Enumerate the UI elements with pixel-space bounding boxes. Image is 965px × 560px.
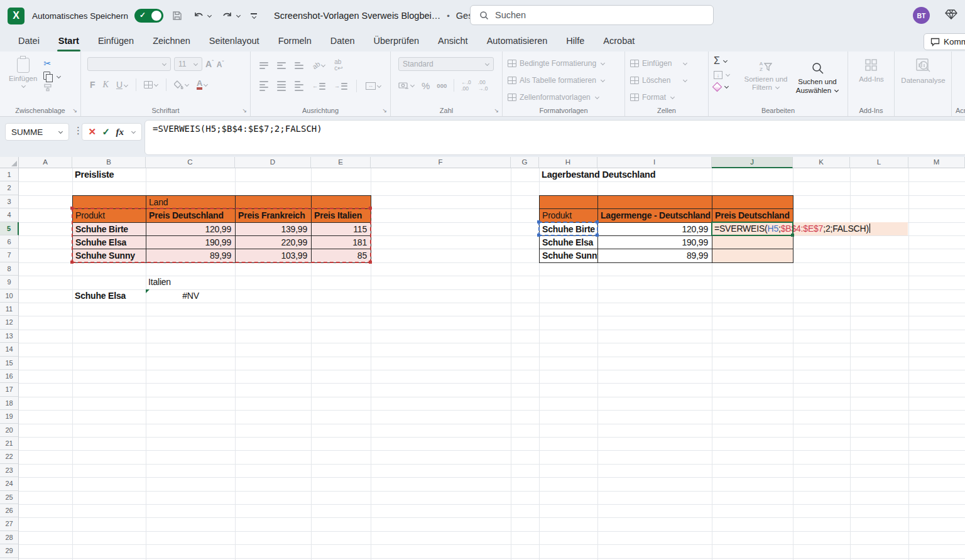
cell-H1[interactable]: Lagerbestand Deutschland <box>539 168 658 182</box>
format-cells-button[interactable]: Format <box>625 90 708 104</box>
row-header-1[interactable]: 1 <box>0 168 19 181</box>
cell-B10[interactable]: Schuhe Elsa <box>72 289 128 303</box>
redo-button[interactable] <box>220 9 243 22</box>
paste-button[interactable]: Einfügen <box>9 58 37 92</box>
row-header-30[interactable]: 30 <box>0 558 19 560</box>
column-header-M[interactable]: M <box>908 157 965 168</box>
percent-icon[interactable]: % <box>422 80 430 91</box>
row-header-5[interactable]: 5 <box>0 222 19 235</box>
tab-datei[interactable]: Datei <box>9 31 49 51</box>
cell-E4[interactable]: Preis Italien <box>311 208 371 222</box>
undo-button[interactable] <box>191 9 214 22</box>
increase-font-icon[interactable]: Aˆ <box>205 59 214 69</box>
row-header-16[interactable]: 16 <box>0 370 19 383</box>
cell-D7[interactable]: 103,99 <box>235 249 312 262</box>
tab-automatisieren[interactable]: Automatisieren <box>477 31 557 51</box>
cancel-icon[interactable]: ✕ <box>88 126 96 137</box>
cell-C3[interactable]: Land <box>146 195 236 209</box>
row-header-7[interactable]: 7 <box>0 249 19 262</box>
cell-B5[interactable]: Schuhe Birte <box>72 222 146 236</box>
column-header-A[interactable]: A <box>19 157 72 168</box>
italic-button[interactable]: K <box>103 80 109 90</box>
cell-C9[interactable]: Italien <box>146 276 173 289</box>
cell-B6[interactable]: Schuhe Elsa <box>72 235 146 249</box>
cell-E5[interactable]: 115 <box>311 222 371 236</box>
cell-I6[interactable]: 190,99 <box>597 235 712 249</box>
sort-filter-button[interactable]: AZ Sortieren und Filtern <box>740 55 792 95</box>
cell-D3[interactable] <box>235 195 312 209</box>
copy-icon[interactable] <box>43 72 50 80</box>
excel-logo-icon[interactable]: X <box>8 8 25 24</box>
row-header-28[interactable]: 28 <box>0 531 19 544</box>
active-cell-fill-handle[interactable] <box>791 234 794 237</box>
align-bottom-icon[interactable] <box>295 62 303 69</box>
cell-J3[interactable] <box>712 195 793 209</box>
insert-cells-button[interactable]: Einfügen <box>625 57 708 70</box>
row-header-11[interactable]: 11 <box>0 303 19 316</box>
align-middle-icon[interactable] <box>277 62 286 69</box>
cell-E7[interactable]: 85 <box>311 249 371 262</box>
cell-D6[interactable]: 220,99 <box>235 235 312 249</box>
document-title[interactable]: Screenshot-Vorlagen Sverweis Blogbei… <box>274 11 440 21</box>
conditional-formatting-button[interactable]: Bedingte Formatierung <box>503 57 624 70</box>
cell-E6[interactable]: 181 <box>311 235 371 249</box>
name-box[interactable]: SUMME <box>5 123 69 141</box>
cell-H7[interactable]: Schuhe Sunny <box>539 249 598 262</box>
cell-I5[interactable]: 120,99 <box>597 222 712 236</box>
font-color-button[interactable]: A <box>197 80 208 90</box>
row-header-27[interactable]: 27 <box>0 517 19 530</box>
cell-J4[interactable]: Preis Deutschland <box>712 208 793 222</box>
customize-quick-access-icon[interactable] <box>249 12 259 19</box>
column-header-E[interactable]: E <box>311 157 371 168</box>
formula-bar-expand-icon[interactable] <box>131 129 135 133</box>
underline-button[interactable]: U <box>116 80 128 90</box>
thousands-separator-icon[interactable]: 000 <box>437 82 447 89</box>
insert-function-icon[interactable]: fx <box>116 127 124 137</box>
align-center-icon[interactable] <box>277 81 286 91</box>
tab-einfügen[interactable]: Einfügen <box>89 31 143 51</box>
cell-B4[interactable]: Produkt <box>72 208 146 222</box>
cell-B3[interactable] <box>72 195 146 209</box>
cell-E3[interactable] <box>311 195 371 209</box>
row-header-8[interactable]: 8 <box>0 262 19 276</box>
cell-C7[interactable]: 89,99 <box>146 249 236 262</box>
column-header-L[interactable]: L <box>850 157 908 168</box>
decrease-indent-icon[interactable]: ← <box>312 83 325 90</box>
row-header-9[interactable]: 9 <box>0 276 19 289</box>
formula-input[interactable]: =SVERWEIS(H5;$B$4:$E$7;2;FALSCH) <box>144 120 965 155</box>
align-top-icon[interactable] <box>259 62 268 69</box>
bold-button[interactable]: F <box>90 80 95 90</box>
font-name-select[interactable] <box>87 57 171 71</box>
premium-gem-icon[interactable] <box>945 9 957 20</box>
row-header-25[interactable]: 25 <box>0 491 19 504</box>
row-header-23[interactable]: 23 <box>0 464 19 477</box>
row-header-26[interactable]: 26 <box>0 504 19 517</box>
formula-edit-cell[interactable]: =SVERWEIS(H5;$B$4:$E$7;2;FALSCH) <box>712 222 908 235</box>
row-header-2[interactable]: 2 <box>0 181 19 195</box>
merge-center-icon[interactable]: ↔ <box>366 82 381 90</box>
cell-styles-button[interactable]: Zellenformatvorlagen <box>503 90 624 104</box>
row-header-12[interactable]: 12 <box>0 316 19 329</box>
row-header-29[interactable]: 29 <box>0 544 19 557</box>
tab-acrobat[interactable]: Acrobat <box>594 31 644 51</box>
decrease-font-icon[interactable]: Aˇ <box>217 60 224 69</box>
tab-formeln[interactable]: Formeln <box>269 31 321 51</box>
cell-I4[interactable]: Lagermenge - Deutschland <box>597 208 712 222</box>
row-header-6[interactable]: 6 <box>0 235 19 249</box>
column-header-D[interactable]: D <box>235 157 311 168</box>
cell-J7[interactable] <box>712 249 793 262</box>
autosave-toggle[interactable]: ✓ <box>134 9 163 23</box>
cell-I3[interactable] <box>597 195 712 209</box>
cell-H4[interactable]: Produkt <box>539 208 598 222</box>
column-header-J[interactable]: J <box>712 157 793 168</box>
cell-B7[interactable]: Schuhe Sunny <box>72 249 146 262</box>
wrap-text-icon[interactable]: abc↩ <box>334 59 342 72</box>
decrease-decimal-icon[interactable]: .00→.0 <box>478 79 488 92</box>
orientation-icon[interactable]: ab <box>312 62 325 69</box>
tab-seitenlayout[interactable]: Seitenlayout <box>200 31 269 51</box>
column-header-I[interactable]: I <box>597 157 712 168</box>
tab-start[interactable]: Start <box>49 31 89 51</box>
column-header-C[interactable]: C <box>146 157 235 168</box>
cut-icon[interactable]: ✂ <box>43 59 52 68</box>
fill-button[interactable]: ↓ <box>714 71 740 79</box>
